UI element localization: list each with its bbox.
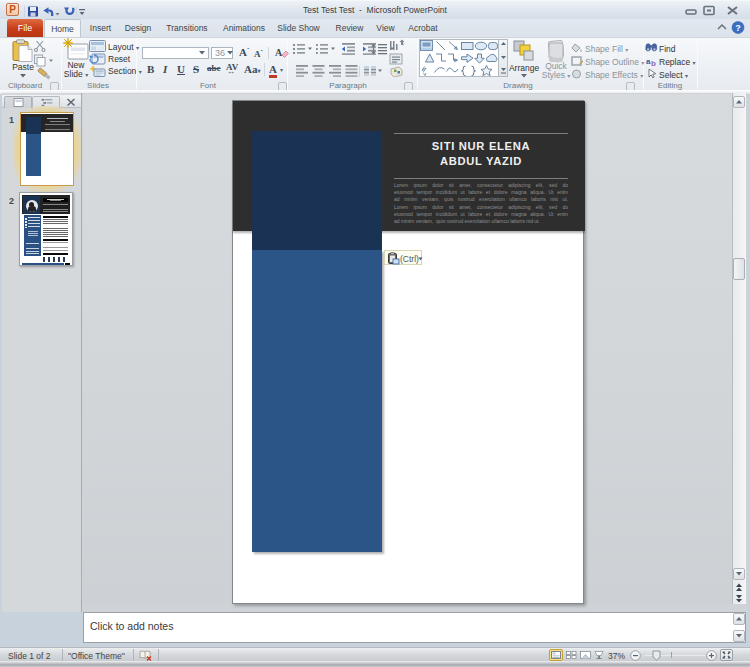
svg-text:?: ?: [735, 23, 741, 33]
svg-text:A: A: [275, 47, 283, 58]
svg-text:b: b: [651, 59, 656, 67]
